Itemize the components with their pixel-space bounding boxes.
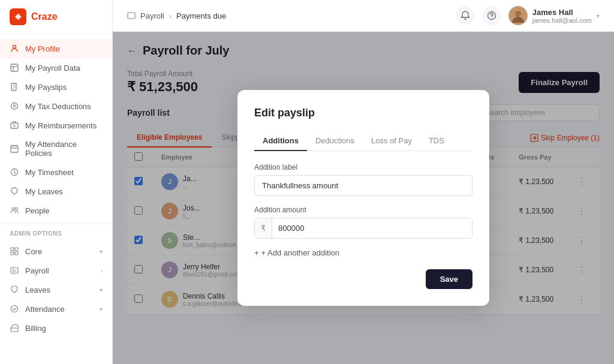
user-info[interactable]: James Hall james.hall@aol.com ▾ (508, 6, 600, 25)
addition-label-group: Addition label (254, 163, 472, 196)
svg-point-11 (15, 207, 17, 210)
svg-rect-15 (15, 252, 18, 255)
sidebar-label-my-payroll-data: My Payroll Data (25, 64, 80, 73)
leaf-icon (10, 186, 19, 196)
logo-text: Craze (31, 11, 58, 22)
sidebar-item-my-reimbursements[interactable]: My Reimbursements (0, 116, 112, 135)
clock-icon (10, 167, 19, 177)
notifications-button[interactable] (456, 6, 475, 25)
sidebar-navigation: My Profile My Payroll Data My Payslips M… (0, 34, 112, 364)
logo-icon (10, 8, 26, 25)
modal-tabs: Additions Deductions Loss of Pay TDS (254, 131, 472, 151)
chevron-down-icon-leaves: ▾ (100, 287, 103, 293)
chevron-down-icon-attendance: ▾ (100, 306, 103, 312)
svg-rect-19 (128, 13, 135, 19)
table-icon (10, 63, 19, 73)
help-button[interactable] (482, 6, 501, 25)
sidebar-item-core[interactable]: Core ▾ (0, 242, 112, 261)
chevron-down-icon: ▾ (100, 248, 103, 255)
attendance-icon (10, 144, 19, 154)
sidebar-label-my-leaves: My Leaves (25, 187, 63, 196)
sidebar-item-my-profile[interactable]: My Profile (0, 39, 112, 58)
sidebar-item-payroll[interactable]: Payroll › (0, 261, 112, 280)
sidebar-divider (0, 222, 112, 223)
sidebar-label-my-timesheet: My Timesheet (25, 168, 74, 177)
header-right: James Hall james.hall@aol.com ▾ (456, 6, 600, 25)
svg-rect-14 (11, 252, 14, 255)
sidebar-item-attendance[interactable]: Attendance ▾ (0, 299, 112, 318)
sidebar: Craze My Profile My Payroll Data My Pays… (0, 0, 113, 364)
sidebar-label-core: Core (25, 247, 42, 256)
addition-amount-input[interactable] (272, 218, 472, 238)
logo[interactable]: Craze (0, 0, 112, 34)
add-another-addition-button[interactable]: + + Add another addition (254, 248, 472, 257)
breadcrumb-separator: › (169, 11, 171, 20)
breadcrumb-root[interactable]: Payroll (140, 11, 164, 20)
svg-rect-6 (11, 123, 18, 128)
sidebar-item-my-leaves[interactable]: My Leaves (0, 182, 112, 201)
sidebar-item-my-attendance-policies[interactable]: My Attendance Policies (0, 135, 112, 163)
sidebar-label-attendance: Attendance (25, 305, 65, 314)
sidebar-label-my-payslips: My Payslips (25, 83, 67, 92)
reimbursement-icon (10, 121, 19, 130)
svg-rect-1 (11, 64, 18, 71)
addition-label-input[interactable] (254, 175, 472, 196)
people-icon (10, 206, 19, 215)
modal-title: Edit payslip (254, 107, 472, 119)
sidebar-label-my-attendance-policies: My Attendance Policies (25, 140, 103, 158)
modal-tab-tds[interactable]: TDS (420, 131, 453, 151)
main-content: Payroll › Payments due James Hall (113, 0, 614, 364)
addition-amount-label: Addition amount (254, 206, 472, 214)
modal-tab-loss-of-pay[interactable]: Loss of Pay (363, 131, 420, 151)
sidebar-label-leaves: Leaves (25, 285, 50, 294)
billing-icon (10, 323, 19, 333)
sidebar-label-my-reimbursements: My Reimbursements (25, 121, 97, 130)
sidebar-item-leaves[interactable]: Leaves ▾ (0, 280, 112, 299)
addition-amount-group: Addition amount ₹ (254, 206, 472, 239)
person-icon (10, 44, 19, 53)
sidebar-label-payroll: Payroll (25, 266, 49, 275)
sidebar-label-billing: Billing (25, 324, 46, 333)
breadcrumb: Payroll › Payments due (127, 11, 226, 20)
attendance2-icon (10, 304, 19, 314)
sidebar-item-my-tax-deductions[interactable]: My Tax Deductions (0, 97, 112, 116)
modal-tab-deductions[interactable]: Deductions (307, 131, 363, 151)
svg-point-0 (13, 46, 16, 49)
sidebar-item-people[interactable]: People (0, 201, 112, 220)
chevron-right-icon: › (101, 267, 103, 274)
svg-point-7 (14, 125, 16, 127)
svg-point-10 (12, 207, 14, 210)
edit-payslip-modal: Edit payslip Additions Deductions Loss o… (237, 90, 489, 306)
svg-rect-13 (15, 248, 18, 251)
sidebar-item-my-timesheet[interactable]: My Timesheet (0, 163, 112, 182)
breadcrumb-payroll-icon (127, 11, 136, 20)
svg-point-17 (11, 306, 18, 312)
sidebar-label-my-profile: My Profile (25, 44, 60, 53)
breadcrumb-current: Payments due (176, 11, 226, 20)
modal-overlay[interactable]: Edit payslip Additions Deductions Loss o… (113, 32, 614, 364)
svg-rect-18 (11, 328, 18, 332)
addition-amount-input-wrapper: ₹ (254, 218, 472, 239)
document-icon (10, 82, 19, 92)
sidebar-item-my-payslips[interactable]: My Payslips (0, 77, 112, 97)
svg-point-21 (491, 17, 492, 18)
currency-prefix: ₹ (255, 218, 272, 238)
modal-tab-additions[interactable]: Additions (254, 131, 307, 151)
modal-footer: Save (254, 269, 472, 289)
leaves-icon (10, 285, 19, 294)
addition-label-label: Addition label (254, 163, 472, 172)
sidebar-label-my-tax-deductions: My Tax Deductions (25, 102, 91, 111)
chevron-down-user-icon: ▾ (597, 13, 600, 19)
plus-icon: + (254, 248, 259, 257)
user-name: James Hall (532, 8, 592, 17)
sidebar-item-my-payroll-data[interactable]: My Payroll Data (0, 58, 112, 77)
svg-rect-8 (11, 146, 18, 152)
admin-section-label: ADMIN OPTIONS (0, 225, 112, 242)
save-button[interactable]: Save (426, 269, 472, 289)
app-header: Payroll › Payments due James Hall (113, 0, 614, 32)
user-details: James Hall james.hall@aol.com (532, 8, 592, 24)
avatar (508, 6, 528, 25)
sidebar-item-billing[interactable]: Billing (0, 318, 112, 338)
svg-rect-12 (11, 248, 14, 251)
payroll-icon (10, 266, 19, 275)
